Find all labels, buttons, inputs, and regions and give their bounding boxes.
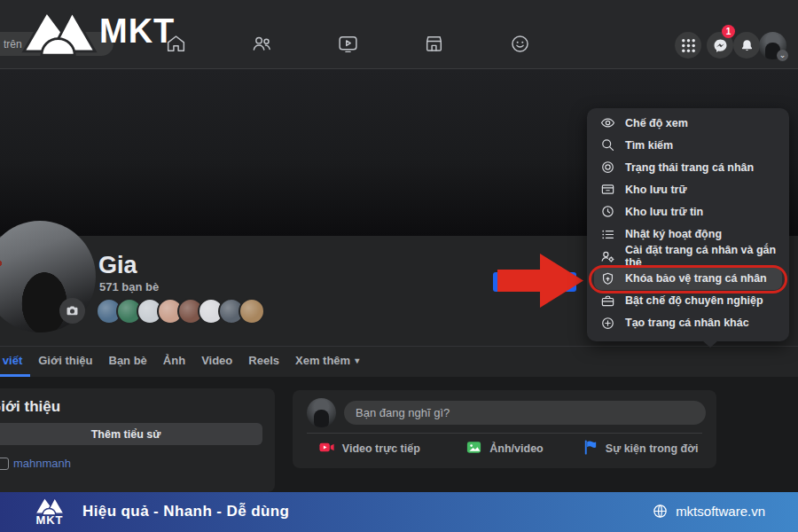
mkt-logo-text: MKT	[99, 12, 175, 51]
watch-icon	[337, 33, 359, 59]
annotation-arrow	[497, 270, 544, 292]
menu-item[interactable]: Khóa bảo vệ trang cá nhân	[594, 268, 782, 290]
chevron-down-icon: ▾	[355, 356, 359, 365]
messenger-icon	[712, 37, 729, 54]
footer-slogan: Hiệu quả - Nhanh - Dễ dùng	[82, 503, 289, 520]
nav-tab-watch[interactable]	[330, 27, 365, 63]
add-bio-button[interactable]: Thêm tiểu sử	[0, 423, 262, 445]
activity-log-icon	[599, 226, 615, 242]
profile-name: Gia	[98, 252, 137, 279]
menu-item[interactable]: Cài đặt trang cá nhân và gắn thẻ	[594, 246, 782, 268]
bio-link-icon	[0, 458, 9, 470]
menu-item-label: Trạng thái trang cá nhân	[625, 161, 754, 174]
bio-link-row[interactable]: mahnmanh	[0, 457, 262, 470]
friends-icon	[251, 33, 273, 59]
mkt-footer-banner: MKT Hiệu quả - Nhanh - Dễ dùng mktsoftwa…	[0, 492, 798, 532]
camera-icon	[65, 303, 80, 318]
menu-item-label: Cài đặt trang cá nhân và gắn thẻ	[625, 244, 777, 269]
live-video-icon	[318, 439, 335, 458]
update-profile-picture-button[interactable]	[59, 298, 85, 324]
chevron-down-icon: ⌄	[777, 50, 788, 61]
composer-actions: Video trực tiếpẢnh/videoSự kiện trong đờ…	[301, 434, 708, 463]
eye-icon	[599, 115, 615, 131]
mkt-footer-logo: MKT	[32, 495, 67, 527]
profile-options-menu: Chế độ xemTìm kiếmTrạng thái trang cá nh…	[587, 108, 789, 341]
menu-pointer	[702, 340, 718, 348]
tab-video[interactable]: Video	[193, 347, 240, 377]
about-title: Giới thiệu	[0, 399, 262, 415]
badge-icon	[599, 160, 615, 176]
main-nav-tabs	[158, 27, 537, 63]
friend-avatar-row[interactable]	[96, 298, 265, 325]
menu-item[interactable]: Kho lưu trữ tin	[594, 200, 782, 223]
tab-reels[interactable]: Reels	[240, 347, 287, 377]
photo-icon	[466, 439, 482, 458]
menu-item[interactable]: Chế độ xem	[594, 112, 782, 134]
search-icon	[599, 137, 615, 153]
briefcase-icon	[599, 293, 615, 309]
menu-item[interactable]: Kho lưu trữ	[594, 178, 782, 200]
menu-item-label: Khóa bảo vệ trang cá nhân	[625, 272, 767, 285]
menu-item[interactable]: Bật chế độ chuyên nghiệp	[594, 290, 782, 312]
footer-website[interactable]: mktsoftware.vn	[652, 503, 765, 520]
search-text-fragment: trên	[4, 38, 22, 51]
facebook-profile-page: trên MKT 1	[0, 0, 798, 532]
tab-bạn-bè[interactable]: Bạn bè	[101, 347, 155, 377]
top-navigation-bar: trên MKT 1	[0, 0, 798, 69]
messenger-badge: 1	[722, 25, 735, 38]
history-icon	[599, 204, 615, 220]
composer-action-label: Video trực tiếp	[342, 442, 420, 455]
shield-lock-icon	[599, 270, 615, 286]
status-input[interactable]	[344, 401, 706, 425]
composer-avatar[interactable]	[307, 398, 336, 427]
friends-count[interactable]: 571 bạn bè	[99, 280, 159, 293]
groups-icon	[509, 33, 531, 59]
life-event-icon	[582, 439, 598, 458]
profile-tab-bar: Bài viếtGiới thiệuBạn bèẢnhVideoReelsXem…	[0, 346, 798, 377]
menu-item-label: Nhật ký hoạt động	[625, 228, 722, 240]
menu-item-label: Tìm kiếm	[625, 139, 673, 152]
friend-avatar[interactable]	[239, 298, 265, 325]
plus-circle-icon	[599, 315, 615, 331]
composer-action[interactable]: Video trực tiếp	[301, 434, 437, 463]
menu-item-label: Kho lưu trữ tin	[625, 206, 703, 218]
settings-tag-icon	[599, 248, 615, 264]
composer-action[interactable]: Ảnh/video	[437, 434, 573, 463]
composer-action-label: Sự kiện trong đời	[606, 442, 699, 455]
archive-icon	[599, 182, 615, 198]
tab-ảnh[interactable]: Ảnh	[155, 347, 193, 377]
tab-xem-thêm[interactable]: Xem thêm▾	[287, 347, 367, 377]
tab-giới-thiệu[interactable]: Giới thiệu	[30, 347, 100, 377]
grid-icon	[680, 37, 697, 54]
mkt-footer-logo-text: MKT	[35, 513, 63, 527]
footer-website-url: mktsoftware.vn	[676, 504, 765, 519]
menu-item-label: Kho lưu trữ	[625, 184, 686, 196]
mkt-watermark-logo: MKT	[21, 4, 175, 59]
menu-item-label: Chế độ xem	[625, 117, 688, 129]
about-card: Giới thiệu Thêm tiểu sử mahnmanh	[0, 388, 275, 492]
menu-item[interactable]: Tìm kiếm	[594, 134, 782, 156]
apps-menu-button[interactable]	[675, 32, 701, 59]
bell-icon	[739, 37, 755, 54]
notifications-button[interactable]	[733, 32, 760, 59]
nav-tab-groups[interactable]	[502, 27, 537, 63]
post-composer-card: Video trực tiếpẢnh/videoSự kiện trong đờ…	[293, 390, 716, 468]
menu-item[interactable]: Tạo trang cá nhân khác	[594, 312, 782, 334]
composer-action[interactable]: Sự kiện trong đời	[572, 434, 708, 463]
nav-tab-marketplace[interactable]	[416, 27, 451, 63]
menu-item[interactable]: Nhật ký hoạt động	[594, 223, 782, 245]
menu-item[interactable]: Trạng thái trang cá nhân	[594, 156, 782, 178]
menu-item-label: Tạo trang cá nhân khác	[625, 317, 749, 329]
bio-link[interactable]: mahnmanh	[13, 457, 71, 470]
nav-tab-friends[interactable]	[244, 27, 279, 63]
marketplace-icon	[423, 33, 445, 59]
menu-item-label: Bật chế độ chuyên nghiệp	[625, 294, 763, 307]
globe-icon	[652, 503, 669, 520]
tab-bài-viết[interactable]: Bài viết	[0, 347, 30, 377]
composer-action-label: Ảnh/video	[489, 442, 543, 455]
